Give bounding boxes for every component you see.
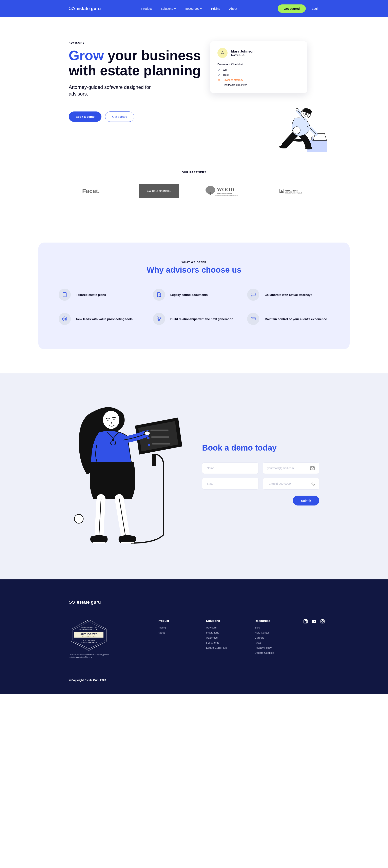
footer-heading: Solutions xyxy=(206,619,250,622)
hero: ADVISORS Grow your business with estate … xyxy=(32,17,356,151)
svg-point-44 xyxy=(148,444,150,446)
check-icon xyxy=(217,73,220,76)
footer-link[interactable]: Help Center xyxy=(255,631,299,634)
infinity-icon xyxy=(69,600,75,604)
partner-logo: Facet. xyxy=(69,184,113,198)
hero-sub: Attorney-guided software designed for ad… xyxy=(69,84,166,97)
checklist-label: Healthcare directives xyxy=(223,84,247,87)
main-nav: Product Solutions Resources Pricing Abou… xyxy=(141,7,237,10)
hero-get-started-button[interactable]: Get started xyxy=(105,112,134,122)
footer-link[interactable]: Careers xyxy=(255,636,299,639)
footer-col-solutions: Solutions Advisors Institutions Attorney… xyxy=(206,619,250,658)
nav-about[interactable]: About xyxy=(229,7,237,10)
feature-text: Maintain control of your client's experi… xyxy=(265,317,327,321)
partner-logo: J.W. COLE FINANCIAL xyxy=(139,184,179,198)
svg-point-35 xyxy=(158,320,160,321)
chevron-down-icon xyxy=(174,8,176,9)
header: estate guru Product Solutions Resources … xyxy=(0,0,388,17)
svg-text:YOUR RETIREMENT INCOME EXPERTS: YOUR RETIREMENT INCOME EXPERTS xyxy=(215,195,238,196)
phone-input[interactable] xyxy=(267,482,310,485)
nav-resources-label: Resources xyxy=(185,7,200,10)
svg-point-71 xyxy=(323,620,324,621)
nav-product[interactable]: Product xyxy=(141,7,152,10)
email-input[interactable] xyxy=(267,466,310,470)
footer-link[interactable]: Update Cookies xyxy=(255,651,299,654)
feature-item: New leads with value prospecting tools xyxy=(59,313,141,325)
svg-rect-36 xyxy=(251,317,256,320)
footer-link[interactable]: Attorneys xyxy=(206,636,250,639)
svg-point-70 xyxy=(322,621,324,622)
feature-text: Collaborate with actual attorneys xyxy=(265,292,312,297)
footer-link[interactable]: For Clients xyxy=(206,641,250,644)
svg-text:FINANCIAL GROUP, LLC: FINANCIAL GROUP, LLC xyxy=(285,192,302,194)
svg-point-10 xyxy=(293,127,300,134)
feature-item: Maintain control of your client's experi… xyxy=(247,313,329,325)
authorized-badge: REGULATED BY THE UTAH SUPREME COURT AUTH… xyxy=(69,619,109,651)
submit-button[interactable]: Submit xyxy=(293,496,319,505)
social-links xyxy=(303,619,325,658)
svg-text:AUTHORIZED: AUTHORIZED xyxy=(80,633,97,636)
hero-eyebrow: ADVISORS xyxy=(69,41,206,44)
youtube-link[interactable] xyxy=(311,619,317,625)
partner-logo: WOODFINANCIAL GROUPYOUR RETIREMENT INCOM… xyxy=(205,184,249,198)
copyright: © Copyright Estate Guru 2023 xyxy=(69,679,319,682)
feature-item: Collaborate with actual attorneys xyxy=(247,288,329,301)
get-started-button[interactable]: Get started xyxy=(278,4,306,13)
login-link[interactable]: Login xyxy=(312,7,319,10)
footer-link[interactable]: Advisors xyxy=(206,626,250,629)
feature-item: Build relationships with the next genera… xyxy=(153,313,235,325)
nav-pricing[interactable]: Pricing xyxy=(211,7,220,10)
nav-solutions[interactable]: Solutions xyxy=(161,7,176,10)
footer-col-resources: Resources Blog Help Center Careers FAQs … xyxy=(255,619,299,658)
svg-point-37 xyxy=(252,318,253,319)
check-icon xyxy=(217,68,220,71)
footer-logo[interactable]: estate guru xyxy=(69,599,319,605)
avatar xyxy=(217,48,228,58)
svg-rect-54 xyxy=(121,542,134,544)
badge-info: For more information or to file a compla… xyxy=(69,654,109,658)
footer: estate guru REGULATED BY THE UTAH SUPREM… xyxy=(0,580,388,694)
checklist-item: Trust xyxy=(217,73,300,76)
infinity-icon xyxy=(69,7,75,11)
card-meta: Married, 53 xyxy=(231,54,255,57)
footer-link[interactable]: Estate Guru Plus xyxy=(206,646,250,649)
svg-rect-29 xyxy=(251,293,256,296)
footer-heading: Product xyxy=(158,619,202,622)
name-input[interactable] xyxy=(207,466,254,470)
footer-link[interactable]: Blog xyxy=(255,626,299,629)
svg-text:FINANCIAL GROUP: FINANCIAL GROUP xyxy=(217,192,232,194)
chevron-down-icon xyxy=(200,8,202,9)
svg-point-8 xyxy=(279,145,287,149)
woman-kiosk-illustration xyxy=(69,398,182,551)
svg-point-38 xyxy=(74,515,83,523)
svg-point-49 xyxy=(114,419,115,420)
svg-rect-18 xyxy=(210,192,211,195)
mail-icon xyxy=(310,466,315,470)
svg-rect-53 xyxy=(93,542,106,544)
network-icon xyxy=(156,316,162,322)
footer-link[interactable]: About xyxy=(158,631,202,634)
footer-link[interactable]: Privacy Policy xyxy=(255,646,299,649)
instagram-icon xyxy=(320,619,325,624)
svg-rect-45 xyxy=(152,443,170,444)
footer-link[interactable]: Institutions xyxy=(206,631,250,634)
footer-link[interactable]: FAQs xyxy=(255,641,299,644)
svg-point-0 xyxy=(222,52,223,53)
checklist: Will Trust Power of attorney Healthcare … xyxy=(217,68,300,87)
partners: OUR PARTNERS Facet. J.W. COLE FINANCIAL … xyxy=(32,170,356,198)
chat-icon xyxy=(250,292,256,298)
offer-title: Why advisors choose us xyxy=(59,266,329,275)
svg-point-42 xyxy=(147,437,150,439)
hero-heading: Grow your business with estate planning xyxy=(69,48,206,78)
book-demo-button[interactable]: Book a demo xyxy=(69,112,101,122)
feature-item: Legally sound documents xyxy=(153,288,235,301)
footer-link[interactable]: Pricing xyxy=(158,626,202,629)
state-input[interactable] xyxy=(207,482,254,485)
svg-rect-46 xyxy=(152,454,156,466)
linkedin-link[interactable] xyxy=(303,619,308,625)
brand-logo[interactable]: estate guru xyxy=(69,6,101,11)
instagram-link[interactable] xyxy=(320,619,325,625)
feature-text: Build relationships with the next genera… xyxy=(170,317,233,321)
nav-resources[interactable]: Resources xyxy=(185,7,202,10)
feature-text: New leads with value prospecting tools xyxy=(76,317,132,321)
